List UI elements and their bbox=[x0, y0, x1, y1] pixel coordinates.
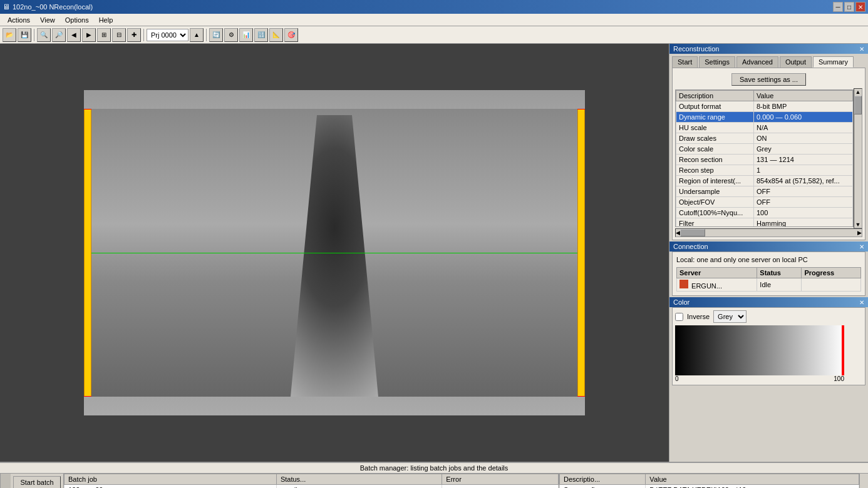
color-close-button[interactable]: ✕ bbox=[859, 299, 864, 306]
connection-content: Local: one and only one server on local … bbox=[672, 252, 865, 296]
toolbar-action1-button[interactable]: 🔄 bbox=[209, 28, 223, 42]
toolbar-fit-button[interactable]: ⊞ bbox=[97, 28, 111, 42]
connection-close-button[interactable]: ✕ bbox=[859, 243, 864, 250]
settings-row-value: N/A bbox=[754, 123, 853, 133]
color-min-label: 0 bbox=[675, 375, 679, 382]
menu-actions[interactable]: Actions bbox=[3, 15, 35, 25]
settings-row-desc: HU scale bbox=[676, 123, 754, 133]
details-col-desc: Descriptio... bbox=[560, 474, 646, 485]
inverse-checkbox[interactable] bbox=[675, 313, 683, 321]
toolbar-action6-button[interactable]: 🎯 bbox=[284, 28, 298, 42]
toolbar-tool2-button[interactable]: ✚ bbox=[127, 28, 141, 42]
col-description: Description bbox=[676, 91, 754, 101]
toolbar-zoom-in-button[interactable]: 🔍 bbox=[37, 28, 51, 42]
settings-table: Description Value Output format8-bit BMP… bbox=[676, 90, 853, 227]
start-batch-button[interactable]: Start batch bbox=[13, 476, 61, 488]
toolbar-prev-button[interactable]: ◀ bbox=[67, 28, 81, 42]
main-layout: Reconstruction ✕ Start Settings Advanced… bbox=[0, 44, 868, 462]
settings-hscrollbar[interactable]: ◀ ▶ bbox=[675, 228, 862, 237]
color-header: Color ✕ bbox=[669, 297, 868, 307]
batch-row[interactable]: 102no_~00 pending bbox=[65, 485, 559, 489]
right-panel: Reconstruction ✕ Start Settings Advanced… bbox=[669, 44, 868, 462]
batch-col-job: Batch job bbox=[65, 474, 277, 485]
toolbar-open-button[interactable]: 📂 bbox=[3, 28, 16, 42]
toolbar-up-button[interactable]: ▲ bbox=[190, 28, 204, 42]
projection-dropdown[interactable]: Prj 0000 bbox=[147, 29, 189, 41]
menu-bar: Actions View Options Help bbox=[0, 14, 868, 26]
tab-summary[interactable]: Summary bbox=[813, 56, 854, 68]
color-panel: Color ✕ Inverse Grey Color 0 100 bbox=[669, 297, 868, 385]
maximize-button[interactable]: □ bbox=[844, 2, 854, 12]
server-status: Idle bbox=[757, 278, 802, 292]
batch-manager-label: Batch manager bbox=[0, 474, 11, 488]
toolbar-action2-button[interactable]: ⚙ bbox=[224, 28, 238, 42]
settings-row-desc: Recon step bbox=[676, 165, 754, 176]
reconstruction-header: Reconstruction ✕ bbox=[669, 44, 868, 54]
settings-row-desc: Filter bbox=[676, 218, 754, 228]
tab-start[interactable]: Start bbox=[672, 56, 698, 68]
tab-advanced[interactable]: Advanced bbox=[736, 56, 778, 68]
toolbar-save-button[interactable]: 💾 bbox=[18, 28, 31, 42]
scrollbar-thumb[interactable] bbox=[854, 96, 862, 114]
settings-row-value: ON bbox=[754, 133, 853, 144]
server-col-progress: Progress bbox=[802, 268, 861, 278]
server-col-status: Status bbox=[757, 268, 802, 278]
batch-table-area: Batch job Status... Error 102no_~00 pend… bbox=[64, 474, 559, 488]
settings-row-desc: Color scale bbox=[676, 144, 754, 155]
toolbar-separator-1 bbox=[34, 29, 34, 41]
ct-object-shape bbox=[247, 115, 422, 397]
col-value: Value bbox=[754, 91, 853, 101]
menu-options[interactable]: Options bbox=[60, 15, 94, 25]
connection-title: Connection bbox=[673, 243, 708, 250]
title-text: 102no_~00 NRecon(local) bbox=[13, 3, 93, 11]
hscrollbar-thumb[interactable] bbox=[680, 229, 705, 236]
settings-row-desc: Region of interest(... bbox=[676, 176, 754, 186]
batch-col-status: Status... bbox=[276, 474, 442, 485]
toolbar-tool1-button[interactable]: ⊟ bbox=[112, 28, 126, 42]
color-gradient-bar bbox=[842, 325, 844, 375]
batch-title: Batch manager: listing batch jobs and th… bbox=[360, 464, 509, 472]
color-content: Inverse Grey Color 0 100 bbox=[672, 307, 865, 385]
color-title: Color bbox=[673, 298, 690, 306]
connection-description: Local: one and only one server on local … bbox=[676, 256, 808, 263]
batch-col-error: Error bbox=[442, 474, 559, 485]
settings-row-desc: Output format bbox=[676, 101, 754, 112]
batch-job-status: pending bbox=[276, 485, 442, 489]
minimize-button[interactable]: ─ bbox=[833, 2, 843, 12]
yellow-left-marker bbox=[84, 109, 91, 397]
settings-scrollbar[interactable]: ▲ ▼ bbox=[854, 88, 862, 228]
ct-image-container bbox=[84, 90, 585, 415]
server-progress bbox=[802, 278, 861, 292]
tab-output[interactable]: Output bbox=[780, 56, 812, 68]
save-settings-button[interactable]: Save settings as ... bbox=[731, 73, 806, 86]
batch-header: Batch manager: listing batch jobs and th… bbox=[0, 463, 868, 474]
close-button[interactable]: ✕ bbox=[855, 2, 865, 12]
settings-row-value: 100 bbox=[754, 208, 853, 218]
details-scrollbar[interactable] bbox=[859, 474, 868, 488]
settings-row-value: 0.000 — 0.060 bbox=[754, 112, 853, 123]
bottom-area: Batch manager: listing batch jobs and th… bbox=[0, 462, 868, 488]
yellow-right-marker bbox=[577, 109, 585, 397]
reconstruction-content: Save settings as ... Description Value bbox=[672, 68, 865, 240]
settings-row-desc: Undersample bbox=[676, 186, 754, 197]
menu-view[interactable]: View bbox=[35, 15, 60, 25]
reconstruction-close-button[interactable]: ✕ bbox=[859, 46, 864, 53]
settings-row-desc: Dynamic range bbox=[676, 112, 754, 123]
green-crosshair-line bbox=[91, 253, 577, 253]
settings-row-value: Grey bbox=[754, 144, 853, 155]
toolbar-separator-2 bbox=[143, 29, 144, 41]
reconstruction-panel: Reconstruction ✕ Start Settings Advanced… bbox=[669, 44, 868, 240]
toolbar-next-button[interactable]: ▶ bbox=[82, 28, 96, 42]
toolbar-action4-button[interactable]: 🔢 bbox=[254, 28, 268, 42]
menu-help[interactable]: Help bbox=[94, 15, 118, 25]
toolbar-action5-button[interactable]: 📐 bbox=[269, 28, 283, 42]
image-panel[interactable] bbox=[0, 44, 669, 462]
tab-settings[interactable]: Settings bbox=[699, 56, 735, 68]
color-scheme-dropdown[interactable]: Grey Color bbox=[713, 310, 747, 323]
settings-table-wrapper[interactable]: Description Value Output format8-bit BMP… bbox=[675, 89, 854, 227]
toolbar-action3-button[interactable]: 📊 bbox=[239, 28, 253, 42]
inverse-label: Inverse bbox=[687, 313, 710, 320]
batch-table: Batch job Status... Error 102no_~00 pend… bbox=[64, 474, 559, 488]
batch-content: Batch manager Start batch Submit again M… bbox=[0, 474, 868, 488]
toolbar-zoom-out-button[interactable]: 🔎 bbox=[52, 28, 66, 42]
